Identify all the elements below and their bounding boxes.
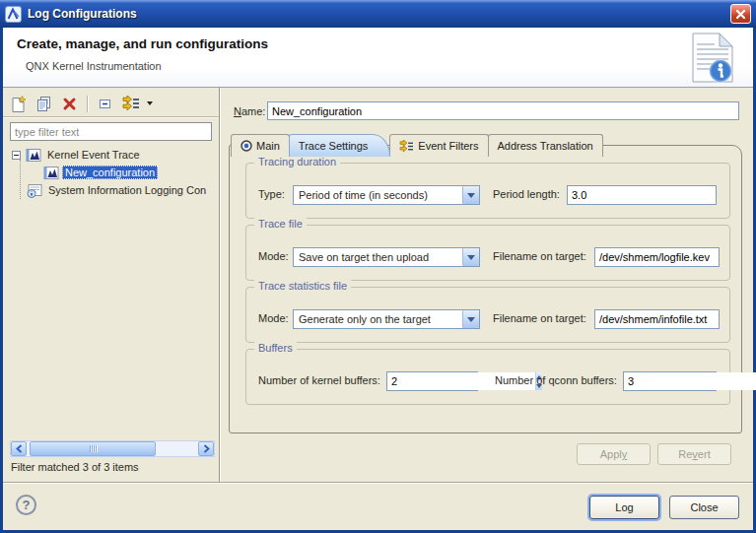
apply-button[interactable]: Apply — [577, 443, 651, 465]
dialog-header: Create, manage, and run configurations Q… — [3, 28, 753, 88]
tab-label: Address Translation — [498, 140, 593, 152]
type-label: Type: — [258, 188, 285, 200]
stats-mode-select[interactable]: Generate only on the target — [293, 309, 480, 329]
scrollbar-thumb[interactable] — [30, 441, 156, 456]
log-button[interactable]: Log — [589, 496, 659, 519]
title-bar: Log Configurations — [0, 0, 756, 28]
name-input[interactable] — [267, 101, 739, 120]
revert-button[interactable]: Revert — [657, 443, 731, 465]
filter-icon[interactable] — [121, 95, 140, 113]
filter-input[interactable] — [10, 122, 212, 141]
kernel-buffers-label: Number of kernel buffers: — [258, 374, 380, 386]
filter-menu-caret[interactable] — [147, 101, 153, 105]
duplicate-configuration-icon[interactable] — [34, 95, 53, 113]
tree-item-label[interactable]: System Information Logging Con — [45, 183, 209, 197]
group-title: Trace file — [254, 218, 307, 230]
mode-label: Mode: — [258, 312, 289, 324]
collapse-all-icon[interactable] — [96, 95, 114, 113]
period-length-input[interactable] — [567, 185, 717, 205]
tracing-duration-group: Tracing duration Type: Period of time (i… — [245, 163, 730, 219]
configuration-info-icon — [690, 32, 735, 87]
configurations-tree: Kernel Event Trace New_configuration Sys… — [9, 146, 216, 199]
filename-label: Filename on target: — [493, 250, 586, 262]
tab-label: Event Filters — [418, 140, 478, 152]
tree-item-label-selected[interactable]: New_configuration — [62, 166, 158, 179]
tracing-type-select[interactable]: Period of time (in seconds) — [293, 185, 480, 205]
dialog-body: Kernel Event Trace New_configuration Sys… — [3, 88, 753, 482]
trace-filename-input[interactable] — [594, 247, 720, 267]
scrollbar-track[interactable] — [27, 441, 198, 456]
chevron-down-icon[interactable] — [462, 186, 479, 204]
group-title: Tracing duration — [254, 156, 340, 167]
tree-item-system-information-logging[interactable]: System Information Logging Con — [9, 181, 216, 199]
name-label: Name: — [234, 105, 265, 117]
buffers-group: Buffers Number of kernel buffers: Number… — [245, 349, 730, 405]
tab-address-translation[interactable]: Address Translation — [488, 134, 603, 157]
new-configuration-icon[interactable] — [9, 95, 28, 113]
selected-option: Generate only on the target — [294, 313, 462, 325]
scroll-left-icon[interactable] — [11, 441, 27, 456]
chevron-down-icon[interactable] — [462, 310, 479, 328]
configurations-toolbar — [9, 92, 153, 115]
main-tab-icon — [241, 140, 252, 152]
new-configuration-tree-icon — [43, 166, 59, 180]
filter-status-text: Filter matched 3 of 3 items — [11, 461, 139, 473]
kernel-buffers-stepper[interactable] — [386, 371, 478, 391]
dialog-button-bar: ? Log Close — [3, 482, 753, 530]
tree-item-kernel-event-trace[interactable]: Kernel Event Trace — [9, 146, 216, 164]
stats-filename-input[interactable] — [594, 309, 720, 329]
tab-bar: Main Trace Settings Event Filters Addres… — [231, 134, 603, 157]
chevron-down-icon[interactable] — [462, 248, 479, 266]
tree-item-label[interactable]: Kernel Event Trace — [44, 148, 143, 162]
group-title: Buffers — [254, 342, 297, 354]
log-configurations-dialog: Log Configurations Create, manage, and r… — [0, 0, 756, 533]
filename-label: Filename on target: — [493, 312, 586, 324]
trace-file-group: Trace file Mode: Save on target then upl… — [245, 225, 730, 281]
panel-divider[interactable] — [219, 88, 220, 482]
collapse-toggle-icon[interactable] — [12, 151, 21, 160]
kernel-event-trace-icon — [26, 148, 41, 163]
period-length-label: Period length: — [493, 188, 560, 200]
tab-main[interactable]: Main — [231, 134, 290, 157]
close-icon[interactable] — [730, 4, 751, 24]
delete-configuration-icon[interactable] — [60, 95, 79, 113]
tree-horizontal-scrollbar[interactable] — [10, 440, 215, 457]
app-icon — [5, 6, 22, 23]
scroll-right-icon[interactable] — [198, 441, 214, 456]
tab-label: Main — [256, 140, 280, 152]
close-button[interactable]: Close — [669, 496, 739, 519]
tab-event-filters[interactable]: Event Filters — [389, 134, 488, 157]
toolbar-divider — [3, 116, 219, 117]
window-title: Log Configurations — [28, 7, 137, 21]
tab-label: Trace Settings — [299, 140, 369, 152]
trace-statistics-group: Trace statistics file Mode: Generate onl… — [245, 287, 730, 343]
selected-option: Period of time (in seconds) — [294, 189, 462, 201]
page-subtitle: QNX Kernel Instrumentation — [26, 60, 162, 72]
qconn-buffers-input[interactable] — [624, 372, 756, 390]
event-filters-tab-icon — [399, 140, 414, 153]
tree-item-new-configuration[interactable]: New_configuration — [38, 164, 216, 181]
toolbar-separator — [87, 96, 88, 112]
trace-file-mode-select[interactable]: Save on target then upload — [293, 247, 480, 267]
help-icon[interactable]: ? — [16, 495, 36, 515]
qconn-buffers-stepper[interactable] — [623, 371, 717, 391]
mode-label: Mode: — [258, 250, 289, 262]
page-title: Create, manage, and run configurations — [17, 36, 268, 51]
system-information-icon — [27, 183, 42, 198]
selected-option: Save on target then upload — [294, 251, 462, 263]
group-title: Trace statistics file — [254, 280, 351, 292]
qconn-buffers-label: Number of qconn buffers: — [495, 374, 617, 386]
settings-tab-folder: Main Trace Settings Event Filters Addres… — [229, 145, 742, 433]
tab-trace-settings[interactable]: Trace Settings — [289, 134, 391, 157]
